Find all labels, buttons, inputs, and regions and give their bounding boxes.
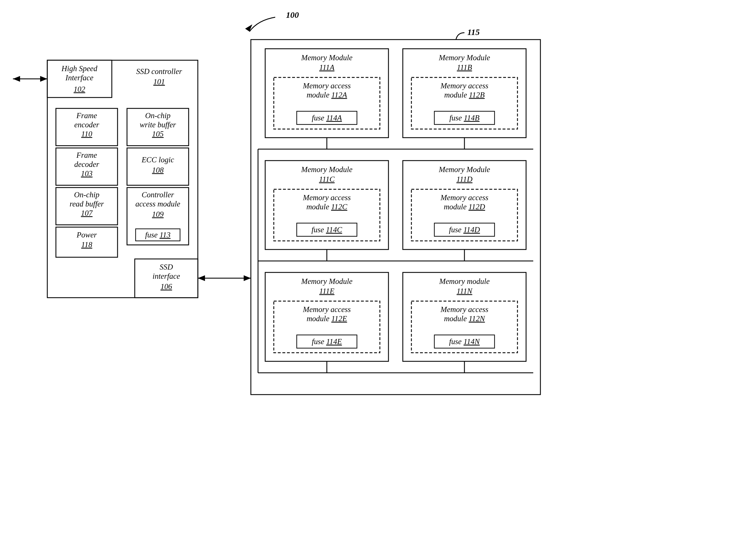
- svg-text:fuse 114D: fuse 114D: [449, 225, 480, 234]
- svg-text:107: 107: [81, 209, 93, 217]
- ssd-controller-title: SSD controller: [136, 67, 182, 76]
- memory-module-111A: Memory Module111AMemory accessmodule 112…: [265, 49, 388, 138]
- svg-text:111D: 111D: [456, 175, 472, 184]
- svg-text:fuse 114A: fuse 114A: [312, 114, 342, 122]
- svg-marker-22: [198, 275, 205, 281]
- svg-text:Memory Module: Memory Module: [438, 165, 490, 174]
- svg-marker-0: [245, 24, 252, 32]
- figure-ref-arrow: [249, 17, 275, 32]
- svg-text:106: 106: [161, 282, 172, 291]
- memory-array-ref-hook: [456, 33, 464, 40]
- svg-text:109: 109: [152, 210, 164, 219]
- memory-array-ref-label: 115: [467, 27, 480, 37]
- memory-module-111E: Memory Module111EMemory accessmodule 112…: [265, 272, 388, 361]
- svg-text:111N: 111N: [457, 287, 473, 295]
- memory-module-111C: Memory Module111CMemory accessmodule 112…: [265, 161, 388, 249]
- svg-marker-3: [13, 76, 20, 82]
- svg-marker-4: [40, 76, 47, 82]
- svg-marker-23: [244, 275, 251, 281]
- svg-text:111C: 111C: [319, 175, 335, 184]
- svg-text:111E: 111E: [319, 287, 335, 295]
- svg-text:105: 105: [152, 130, 164, 138]
- svg-text:fuse 113: fuse 113: [145, 231, 171, 239]
- svg-text:108: 108: [152, 166, 164, 174]
- svg-text:Memory Module: Memory Module: [438, 53, 490, 62]
- svg-text:fuse 114C: fuse 114C: [312, 225, 343, 234]
- memory-module-111D: Memory Module111DMemory accessmodule 112…: [403, 161, 526, 249]
- svg-text:fuse 114E: fuse 114E: [312, 337, 342, 346]
- memory-module-111B: Memory Module111BMemory accessmodule 112…: [403, 49, 526, 138]
- svg-text:118: 118: [81, 240, 92, 249]
- svg-text:110: 110: [81, 130, 92, 138]
- svg-text:ECC logic: ECC logic: [141, 155, 174, 164]
- diagram-canvas: 100 115 SSD controller 101 High SpeedInt…: [0, 0, 756, 544]
- svg-text:Memory Module: Memory Module: [301, 53, 352, 62]
- svg-text:fuse 114N: fuse 114N: [449, 337, 480, 346]
- svg-text:Memory module: Memory module: [439, 277, 490, 286]
- figure-ref-label: 100: [286, 10, 299, 20]
- svg-text:Memory Module: Memory Module: [301, 277, 352, 286]
- svg-text:102: 102: [74, 85, 85, 93]
- memory-module-111N: Memory module111NMemory accessmodule 112…: [403, 272, 526, 361]
- svg-text:111B: 111B: [457, 63, 472, 72]
- svg-text:Memory Module: Memory Module: [301, 165, 352, 174]
- svg-text:111A: 111A: [319, 63, 335, 72]
- svg-text:Power: Power: [76, 231, 97, 239]
- svg-text:fuse 114B: fuse 114B: [449, 114, 479, 122]
- svg-text:103: 103: [81, 169, 93, 178]
- ssd-controller-ref: 101: [153, 77, 165, 86]
